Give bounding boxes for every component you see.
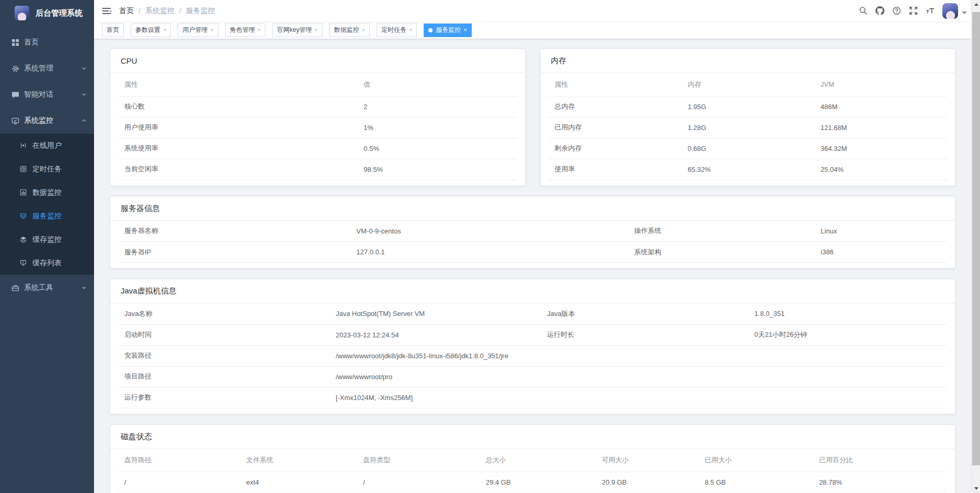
server-info-card: 服务器信息 服务器名称 VM-0-9-centos 操作系统 Linux: [110, 196, 955, 269]
cell-value: 1%: [357, 117, 517, 138]
tab-key-manage[interactable]: 官网key管理×: [272, 24, 322, 37]
fullscreen-button[interactable]: [905, 3, 921, 19]
sidebar-item-online-users[interactable]: 在线用户: [0, 134, 94, 157]
cell-label: 系统使用率: [118, 138, 357, 159]
scroll-down-button[interactable]: [972, 484, 980, 493]
cell-value: 1.8.0_351: [748, 303, 947, 324]
tab-role-manage[interactable]: 角色管理×: [225, 24, 265, 37]
column-header: 盘符类型: [357, 449, 480, 472]
cell-value: 1.95G: [682, 96, 814, 117]
sidebar-item-label: 定时任务: [32, 165, 87, 174]
column-header: 内存: [682, 73, 814, 96]
cell-label: 总内存: [549, 96, 682, 117]
sidebar-item-system-monitor[interactable]: 系统监控: [0, 108, 94, 134]
disk-status-card-title: 磁盘状态: [110, 425, 955, 449]
jvm-info-card-title: Java虚拟机信息: [110, 279, 955, 303]
gear-icon: [11, 65, 19, 73]
cell-value: 98.5%: [357, 159, 517, 180]
cell-value: Java HotSpot(TM) Server VM: [330, 303, 541, 324]
hamburger-icon[interactable]: [101, 6, 112, 16]
sidebar-item-label: 缓存列表: [32, 259, 87, 268]
disk-status-card: 磁盘状态 盘符路径 文件系统 盘符类型 总大小 可用大小: [110, 425, 955, 493]
column-header: 文件系统: [240, 449, 357, 472]
cell-label: 操作系统: [628, 221, 814, 242]
table-row: 当前空闲率98.5%: [118, 159, 517, 180]
cpu-card: CPU 属性 值 核心数2 用户使用率1% 系统使用率0.5%: [110, 49, 526, 186]
cell-value: 8.5 GB: [698, 472, 813, 493]
table-row: 系统使用率0.5%: [118, 138, 517, 159]
sidebar-item-label: 服务监控: [32, 212, 87, 221]
table-row: 启动时间 2023-03-12 12:24:54 运行时长 0天21小时26分钟: [118, 324, 947, 345]
top-cards-row: CPU 属性 值 核心数2 用户使用率1% 系统使用率0.5%: [110, 49, 955, 196]
cell-value: /: [357, 472, 480, 493]
close-icon[interactable]: ×: [314, 27, 318, 33]
sidebar-item-home[interactable]: 首页: [0, 29, 94, 55]
server-info-card-body: 服务器名称 VM-0-9-centos 操作系统 Linux 服务器IP 127…: [110, 221, 955, 268]
page-scrollbar[interactable]: [971, 0, 980, 493]
font-size-button[interactable]: [921, 3, 938, 19]
scroll-up-button[interactable]: [972, 0, 980, 9]
close-icon[interactable]: ×: [210, 27, 213, 33]
tab-user-manage[interactable]: 用户管理×: [178, 24, 218, 37]
sidebar-item-cache-monitor[interactable]: 缓存监控: [0, 228, 94, 251]
tab-data-monitor[interactable]: 数据监控×: [329, 24, 369, 37]
memory-table: 属性 内存 JVM 总内存1.95G486M 已用内存1.28G121.68M …: [549, 73, 948, 180]
sidebar-item-cache-list[interactable]: 缓存列表: [0, 251, 94, 275]
help-button[interactable]: [888, 3, 905, 19]
cell-value: 20.9 GB: [596, 472, 698, 493]
tab-scheduled-jobs[interactable]: 定时任务×: [377, 24, 417, 37]
cell-value: i386: [814, 242, 947, 263]
sidebar-item-smart-chat[interactable]: 智能对话: [0, 81, 94, 108]
tab-label: 定时任务: [381, 26, 406, 34]
sidebar-item-scheduled-jobs[interactable]: 定时任务: [0, 157, 94, 181]
tab-home[interactable]: 首页: [102, 24, 124, 37]
column-header: 总大小: [480, 449, 596, 472]
sidebar-item-data-monitor[interactable]: 数据监控: [0, 181, 94, 204]
chevron-up-icon: [81, 118, 87, 123]
data-monitor-icon: [20, 189, 27, 196]
cell-value: 486M: [814, 96, 947, 117]
tab-service-monitor[interactable]: 服务监控×: [424, 24, 471, 37]
breadcrumb-home[interactable]: 首页: [119, 6, 134, 16]
close-icon[interactable]: ×: [163, 27, 166, 33]
cell-label: 服务器名称: [118, 221, 350, 242]
column-header: 可用大小: [596, 449, 698, 472]
cell-value: 65.32%: [682, 159, 814, 180]
close-icon[interactable]: ×: [409, 27, 412, 33]
github-icon: [876, 6, 884, 15]
sidebar-item-label: 首页: [24, 38, 87, 47]
close-icon[interactable]: ×: [361, 27, 365, 33]
column-header: 属性: [118, 73, 357, 96]
close-icon[interactable]: ×: [463, 27, 466, 33]
column-header: 已用百分比: [813, 449, 947, 472]
memory-card-body: 属性 内存 JVM 总内存1.95G486M 已用内存1.28G121.68M …: [541, 73, 955, 185]
cell-label: 已用内存: [549, 117, 682, 138]
sidebar-item-label: 系统监控: [24, 116, 81, 125]
tab-param-settings[interactable]: 参数设置×: [131, 24, 171, 37]
column-header: 属性: [549, 73, 682, 96]
scrollbar-thumb[interactable]: [972, 12, 980, 465]
sidebar-item-system-tools[interactable]: 系统工具: [0, 275, 94, 301]
disk-status-card-body: 盘符路径 文件系统 盘符类型 总大小 可用大小 已用大小 已用百分比 / ext…: [110, 449, 955, 493]
tab-label: 首页: [107, 26, 119, 34]
sidebar-item-system-manage[interactable]: 系统管理: [0, 55, 94, 81]
cell-label: 启动时间: [118, 324, 330, 345]
tab-label: 服务监控: [436, 26, 461, 34]
cell-label: 用户使用率: [118, 117, 357, 138]
github-button[interactable]: [871, 3, 888, 19]
sidebar: 后台管理系统 首页 系统管理: [0, 0, 94, 493]
jvm-info-card-body: Java名称 Java HotSpot(TM) Server VM Java版本…: [110, 303, 955, 414]
chevron-down-icon: [81, 66, 87, 71]
cell-value: 28.78%: [813, 472, 947, 493]
tab-label: 参数设置: [135, 26, 160, 34]
search-button[interactable]: [855, 3, 871, 19]
breadcrumb: 首页 / 系统监控 / 服务监控: [119, 6, 215, 16]
column-header: 盘符路径: [118, 449, 240, 472]
arrow-up-icon: [974, 1, 978, 6]
user-menu[interactable]: [942, 3, 967, 19]
sidebar-item-service-monitor[interactable]: 服务监控: [0, 204, 94, 228]
table-row: 总内存1.95G486M: [549, 96, 948, 117]
cell-label: 服务器IP: [118, 242, 350, 263]
close-icon[interactable]: ×: [258, 27, 261, 33]
cell-label: 当前空闲率: [118, 159, 357, 180]
